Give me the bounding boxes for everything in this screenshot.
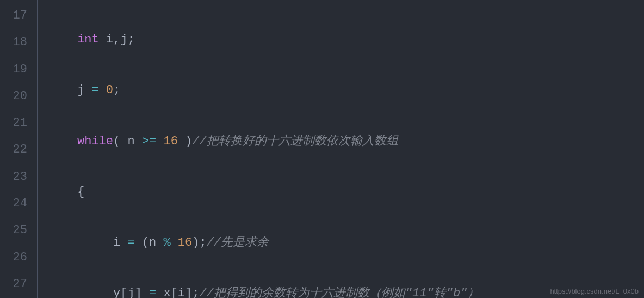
keyword-int: int [77,33,99,46]
code-text: (n [135,236,164,250]
code-editor: 17 18 19 20 21 22 23 24 25 26 27 int i,j… [0,0,644,298]
line-number: 21 [0,110,37,136]
code-comment: //先是求余 [207,236,269,250]
line-number: 20 [0,83,37,110]
code-line-18[interactable]: j = 0; [41,77,644,104]
line-number: 27 [0,271,37,297]
keyword-while: while [77,135,113,148]
code-text [171,236,178,250]
line-number: 18 [0,29,37,56]
code-line-21[interactable]: i = (n % 16);//先是求余 [41,229,644,256]
watermark-text: https://blog.csdn.net/L_0x0b [550,288,639,295]
line-number: 19 [0,56,37,83]
code-text: y[j] [113,287,149,298]
line-number: 25 [0,217,37,244]
line-number: 22 [0,136,37,163]
operator: % [163,236,170,250]
line-number: 17 [0,2,37,29]
number-literal: 16 [163,135,177,148]
code-text: i [113,236,127,250]
code-text: ) [178,135,192,148]
code-text: ; [113,83,120,97]
number-literal: 0 [106,83,113,97]
code-text: ( n [113,135,142,148]
code-text: i,j; [99,33,135,46]
line-number-gutter: 17 18 19 20 21 22 23 24 25 26 27 [0,0,38,298]
code-area[interactable]: int i,j; j = 0; while( n >= 16 )//把转换好的十… [38,0,644,298]
line-number: 24 [0,190,37,217]
code-text: x[i]; [156,287,199,298]
number-literal: 16 [178,236,192,250]
brace-open: { [77,185,84,199]
code-comment: //把得到的余数转为十六进制数（例如"11"转"b"） [199,287,479,298]
line-number: 23 [0,163,37,190]
code-line-19[interactable]: while( n >= 16 )//把转换好的十六进制数依次输入数组 [41,128,644,155]
code-text: j [77,83,91,97]
code-text [99,83,106,97]
code-comment: //把转换好的十六进制数依次输入数组 [192,135,398,148]
operator: = [91,83,98,97]
line-number: 26 [0,244,37,271]
code-line-17[interactable]: int i,j; [41,26,644,53]
code-text [156,135,163,148]
operator: = [127,236,134,250]
operator: >= [142,135,156,148]
code-line-20[interactable]: { [41,179,644,205]
operator: = [149,287,156,298]
code-text: ); [192,236,206,250]
